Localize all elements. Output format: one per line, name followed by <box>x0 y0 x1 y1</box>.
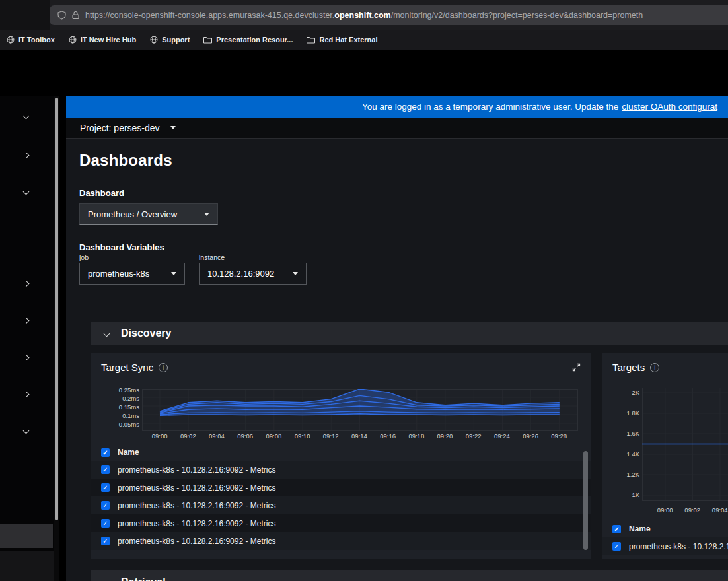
chevron-right-icon[interactable] <box>23 318 30 324</box>
console-page: You are logged in as a temporary adminis… <box>66 96 728 581</box>
bookmark-support[interactable]: Support <box>150 36 190 44</box>
chevron-down-icon[interactable] <box>104 330 110 337</box>
chevron-down-icon <box>293 272 298 275</box>
browser-chrome-left <box>0 0 50 30</box>
instance-select-value: 10.128.2.16:9092 <box>207 269 274 279</box>
line-chart <box>142 389 578 431</box>
project-selector[interactable]: Project: perses-dev <box>66 118 728 139</box>
chevron-right-icon[interactable] <box>23 355 30 361</box>
bookmark-presentation-resources[interactable]: Presentation Resour... <box>203 36 293 44</box>
globe-icon <box>69 36 77 44</box>
url-bar[interactable]: https://console-openshift-console.apps.e… <box>50 5 728 25</box>
instance-select[interactable]: 10.128.2.16:9092 <box>199 263 307 285</box>
select-all-checkbox[interactable] <box>612 525 621 533</box>
row-checkbox[interactable] <box>612 542 621 551</box>
table-scrollbar-thumb[interactable] <box>583 451 588 550</box>
row-label: prometheus-k8s - 10.128.2.16:9092 - Metr… <box>118 501 275 510</box>
chevron-down-icon <box>170 126 176 129</box>
panel-title: Target Sync <box>101 362 153 373</box>
url-domain: openshift.com <box>334 11 390 20</box>
job-select-value: prometheus-k8s <box>88 269 149 279</box>
temporary-admin-banner: You are logged in as a temporary adminis… <box>66 96 728 118</box>
row-checkbox[interactable] <box>101 465 110 474</box>
chevron-down-icon[interactable] <box>23 428 30 434</box>
target-sync-panel: Target Sync 0.25ms 0.2ms <box>91 353 591 559</box>
x-axis-labels: 09:00 09:02 09:04 <box>602 506 728 514</box>
bookmark-it-toolbox[interactable]: IT Toolbox <box>7 36 55 44</box>
row-checkbox[interactable] <box>101 483 110 492</box>
targets-panel: Targets 2K 1.8K 1.6K 1.4K 1 <box>602 353 728 559</box>
project-selector-label: Project: perses-dev <box>80 123 160 133</box>
bookmark-it-new-hire-hub[interactable]: IT New Hire Hub <box>69 36 136 44</box>
table-header-row: Name <box>602 520 728 537</box>
info-icon[interactable] <box>650 363 659 372</box>
shield-icon[interactable] <box>57 11 66 20</box>
chevron-down-icon[interactable] <box>23 189 30 195</box>
target-sync-legend-table: Name prometheus-k8s - 10.128.2.16:9092 -… <box>91 444 591 550</box>
row-checkbox[interactable] <box>101 501 110 510</box>
x-axis-labels: 09:00 09:02 09:04 09:06 09:08 09:10 09:1… <box>91 432 591 440</box>
section-retrieval[interactable]: Retrieval <box>91 570 728 581</box>
browser-chrome: https://console-openshift-console.apps.e… <box>0 0 728 30</box>
table-row[interactable]: prometheus-k8s - 10.128.2.16:9092 - Metr… <box>91 496 591 514</box>
target-sync-chart: 0.25ms 0.2ms 0.15ms 0.1ms 0.05ms <box>91 382 591 431</box>
folder-icon <box>307 36 315 44</box>
chevron-right-icon[interactable] <box>23 153 30 159</box>
dashboard-variables: job prometheus-k8s instance 10.128.2.16:… <box>79 254 728 285</box>
lock-icon[interactable] <box>72 11 79 20</box>
targets-chart: 2K 1.8K 1.6K 1.4K 1.2K 1K <box>602 382 728 505</box>
column-header-name: Name <box>118 448 139 457</box>
table-row[interactable]: prometheus-k8s - 10.128.2.16:9092 - Metr… <box>91 514 591 532</box>
chevron-down-icon <box>171 272 176 275</box>
row-label: prometheus-k8s - 10.128.2.16:9092 - Metr… <box>118 519 275 528</box>
folder-icon <box>203 36 212 44</box>
bookmark-label: Presentation Resour... <box>216 36 293 44</box>
row-label: prometheus-k8s - 10.128.2.16:9092 - Metr… <box>118 537 275 546</box>
job-select[interactable]: prometheus-k8s <box>79 263 185 285</box>
dashboard-select-value: Prometheus / Overview <box>88 209 177 219</box>
chevron-right-icon[interactable] <box>23 281 30 287</box>
targets-legend-table: Name prometheus-k8s - 10.128.2.1 <box>602 520 728 555</box>
bookmark-red-hat-external[interactable]: Red Hat External <box>307 36 377 44</box>
row-label: prometheus-k8s - 10.128.2.16:9092 - Metr… <box>118 483 275 493</box>
chevron-down-icon[interactable] <box>23 113 30 120</box>
table-row[interactable]: prometheus-k8s - 10.128.2.16:9092 - Metr… <box>91 461 591 479</box>
row-checkbox[interactable] <box>101 537 110 545</box>
sidebar-scrollbar-thumb[interactable] <box>55 98 58 520</box>
section-title: Discovery <box>121 327 172 339</box>
table-header-row: Name <box>91 444 591 461</box>
dashboard-field-label: Dashboard <box>79 188 728 198</box>
globe-icon <box>7 36 15 44</box>
dashboard-select[interactable]: Prometheus / Overview <box>79 203 218 225</box>
sidebar-scrollbar[interactable] <box>54 96 59 581</box>
row-label: prometheus-k8s - 10.128.2.1 <box>629 542 728 551</box>
y-axis-labels: 2K 1.8K 1.6K 1.4K 1.2K 1K <box>612 388 639 505</box>
select-all-checkbox[interactable] <box>101 448 110 457</box>
targets-header: Targets <box>602 353 728 382</box>
sidebar-item-lower[interactable] <box>0 551 54 581</box>
row-checkbox[interactable] <box>101 519 110 528</box>
table-row[interactable]: prometheus-k8s - 10.128.2.16:9092 - Metr… <box>91 479 591 496</box>
bookmark-label: Support <box>162 36 190 44</box>
content-area: You are logged in as a temporary adminis… <box>59 96 728 581</box>
cluster-oauth-link[interactable]: cluster OAuth configurat <box>622 102 717 112</box>
section-discovery[interactable]: Discovery <box>91 322 728 345</box>
column-header-name: Name <box>629 524 651 533</box>
bookmark-label: Red Hat External <box>319 36 377 44</box>
url-text[interactable]: https://console-openshift-console.apps.e… <box>85 11 643 20</box>
variable-instance: instance 10.128.2.16:9092 <box>199 254 307 285</box>
chevron-down-icon <box>204 213 209 216</box>
bookmark-label: IT Toolbox <box>18 36 55 44</box>
screen: https://console-openshift-console.apps.e… <box>0 0 728 581</box>
panel-title: Targets <box>612 362 645 373</box>
info-icon[interactable] <box>159 363 168 372</box>
table-row[interactable]: prometheus-k8s - 10.128.2.1 <box>602 537 728 555</box>
expand-icon[interactable] <box>572 363 581 372</box>
table-row[interactable]: prometheus-k8s - 10.128.2.16:9092 - Metr… <box>91 532 591 550</box>
variable-job: job prometheus-k8s <box>79 254 185 285</box>
variable-job-name: job <box>79 254 185 261</box>
target-sync-header: Target Sync <box>91 353 591 382</box>
chevron-right-icon[interactable] <box>23 392 30 398</box>
page-title: Dashboards <box>79 151 728 170</box>
sidebar-item-highlight[interactable] <box>0 524 53 548</box>
